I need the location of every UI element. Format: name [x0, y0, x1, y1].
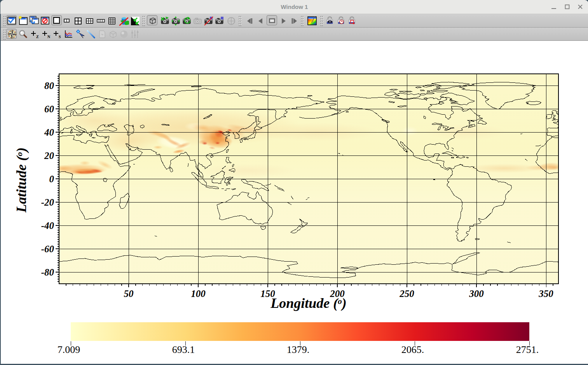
svg-text:-20: -20 — [41, 197, 54, 208]
svg-text:Longitude (o): Longitude (o) — [270, 295, 347, 311]
svg-text:20: 20 — [44, 150, 54, 161]
svg-text:1379.: 1379. — [287, 344, 310, 355]
svg-text:80: 80 — [44, 80, 54, 91]
svg-text:-60: -60 — [41, 244, 54, 254]
svg-text:Latitude (o): Latitude (o) — [14, 147, 29, 213]
svg-text:50: 50 — [124, 288, 134, 299]
svg-text:350: 350 — [538, 288, 553, 299]
svg-text:7.009: 7.009 — [58, 344, 80, 355]
svg-text:Z: Z — [36, 35, 39, 39]
svg-text:N: N — [47, 35, 51, 39]
svg-text:0: 0 — [49, 174, 54, 184]
svg-text:250: 250 — [399, 288, 414, 299]
svg-text:2065.: 2065. — [401, 344, 424, 355]
svg-text:40: 40 — [44, 127, 54, 138]
svg-text:2751.: 2751. — [516, 344, 539, 355]
svg-text:300: 300 — [469, 288, 484, 299]
svg-text:-40: -40 — [41, 220, 54, 231]
svg-text:100: 100 — [191, 288, 206, 299]
svg-text:693.1: 693.1 — [172, 344, 195, 355]
svg-text:S: S — [59, 35, 61, 39]
svg-text:-80: -80 — [41, 267, 54, 278]
svg-text:60: 60 — [44, 104, 54, 114]
